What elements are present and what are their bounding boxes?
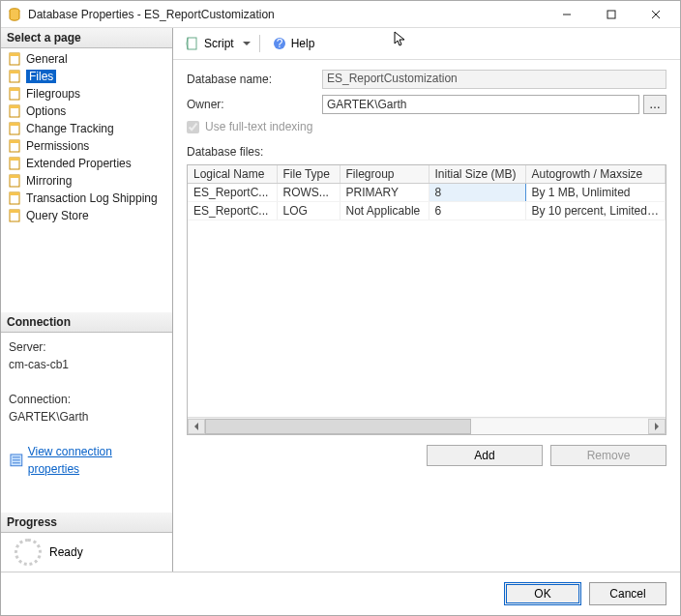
svg-rect-8 [10, 71, 19, 73]
files-label: Database files: [187, 145, 666, 159]
owner-browse-button[interactable]: … [643, 95, 666, 114]
dialog-footer: OK Cancel [1, 572, 680, 615]
remove-button: Remove [550, 445, 666, 466]
help-button[interactable]: ? Help [268, 34, 319, 53]
script-icon [185, 36, 200, 51]
selected-cell[interactable]: 8 [429, 184, 525, 202]
database-icon [7, 7, 22, 22]
titlebar: Database Properties - ES_ReportCustomiza… [1, 1, 680, 28]
progress-status: Ready [49, 545, 83, 559]
col-logical-name[interactable]: Logical Name [188, 165, 277, 184]
svg-rect-16 [10, 140, 19, 143]
page-icon [7, 191, 22, 206]
connection-header: Connection [1, 312, 172, 333]
file-buttons: Add Remove [173, 435, 680, 476]
svg-rect-18 [10, 158, 19, 161]
cursor-icon [393, 31, 408, 46]
maximize-button[interactable] [589, 1, 634, 28]
page-filegroups[interactable]: Filegroups [1, 85, 172, 103]
table-row[interactable]: ES_ReportC... ROWS... PRIMARY 8 By 1 MB,… [188, 184, 666, 202]
page-mirroring[interactable]: Mirroring [1, 172, 172, 190]
svg-rect-10 [10, 88, 19, 91]
select-page-header: Select a page [1, 28, 172, 48]
page-icon [7, 69, 22, 84]
svg-rect-12 [10, 105, 19, 108]
progress-panel: Ready [1, 533, 172, 572]
window-title: Database Properties - ES_ReportCustomiza… [28, 8, 545, 21]
svg-rect-24 [10, 210, 19, 213]
dbname-label: Database name: [187, 73, 322, 86]
page-query-store[interactable]: Query Store [1, 207, 172, 224]
close-button[interactable] [634, 1, 678, 28]
col-file-type[interactable]: File Type [277, 165, 340, 184]
grid-header-row: Logical Name File Type Filegroup Initial… [188, 165, 666, 184]
script-dropdown-caret[interactable] [242, 40, 252, 47]
page-icon [7, 121, 22, 136]
svg-rect-6 [10, 53, 19, 56]
separator [259, 35, 260, 52]
scroll-right-icon[interactable] [648, 419, 666, 434]
fulltext-check-input [187, 121, 199, 133]
page-change-tracking[interactable]: Change Tracking [1, 120, 172, 137]
connection-panel: Server: cm-cas-cb1 Connection: GARTEK\Ga… [1, 333, 172, 484]
svg-rect-22 [10, 192, 19, 195]
script-button[interactable]: Script [181, 34, 238, 53]
add-button[interactable]: Add [427, 445, 543, 466]
scroll-thumb[interactable] [205, 419, 471, 434]
page-icon [7, 208, 22, 223]
cancel-button[interactable]: Cancel [589, 582, 666, 605]
page-permissions[interactable]: Permissions [1, 137, 172, 155]
server-label: Server: [9, 338, 164, 356]
help-icon: ? [272, 36, 287, 51]
grid-hscrollbar[interactable] [188, 417, 666, 434]
svg-rect-2 [607, 11, 615, 18]
page-options[interactable]: Options [1, 103, 172, 120]
page-extended-properties[interactable]: Extended Properties [1, 155, 172, 172]
col-autogrowth[interactable]: Autogrowth / Maxsize [525, 165, 666, 184]
col-filegroup[interactable]: Filegroup [340, 165, 429, 184]
progress-header: Progress [1, 513, 172, 533]
scroll-track[interactable] [205, 419, 648, 434]
page-icon [7, 51, 22, 67]
page-files[interactable]: Files [1, 68, 172, 85]
dbname-field: ES_ReportCustomization [322, 70, 666, 89]
right-column: Script ? Help Database name: ES_ReportCu… [173, 28, 680, 572]
owner-label: Owner: [187, 98, 322, 111]
properties-icon [9, 453, 24, 468]
page-icon [7, 86, 22, 102]
svg-rect-20 [10, 175, 19, 178]
page-icon [7, 103, 22, 119]
page-general[interactable]: General [1, 50, 172, 68]
ok-button[interactable]: OK [504, 582, 581, 605]
connection-label: Connection: [9, 391, 164, 408]
page-tx-log-shipping[interactable]: Transaction Log Shipping [1, 190, 172, 207]
page-icon [7, 138, 22, 154]
table-row[interactable]: ES_ReportC... LOG Not Applicable 6 By 10… [188, 202, 666, 220]
progress-spinner-icon [15, 539, 42, 566]
toolbar: Script ? Help [173, 28, 680, 60]
files-grid[interactable]: Logical Name File Type Filegroup Initial… [187, 164, 666, 435]
left-column: Select a page General Files Filegroups O… [1, 28, 173, 572]
minimize-button[interactable] [545, 1, 589, 28]
svg-rect-29 [188, 38, 196, 49]
scroll-left-icon[interactable] [188, 419, 205, 434]
fulltext-checkbox: Use full-text indexing [187, 120, 666, 133]
connection-value: GARTEK\Garth [9, 408, 164, 425]
page-icon [7, 156, 22, 171]
view-connection-properties-link[interactable]: View connection properties [9, 443, 164, 478]
server-value: cm-cas-cb1 [9, 356, 164, 373]
svg-rect-14 [10, 123, 19, 126]
col-initial-size[interactable]: Initial Size (MB) [429, 165, 525, 184]
page-icon [7, 173, 22, 189]
dialog-window: Database Properties - ES_ReportCustomiza… [0, 0, 681, 616]
form-area: Database name: ES_ReportCustomization Ow… [173, 60, 680, 164]
svg-text:?: ? [276, 37, 282, 50]
page-list: General Files Filegroups Options Change … [1, 48, 172, 226]
owner-field[interactable] [322, 95, 639, 114]
